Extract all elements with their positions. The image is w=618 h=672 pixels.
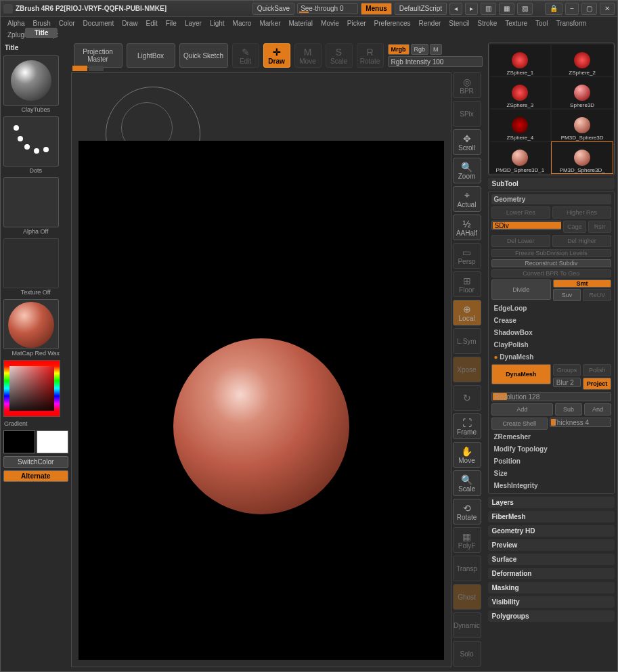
draw-mode-button[interactable]: ✛Draw [263, 43, 290, 68]
thickness-slider[interactable]: Thickness 4 [550, 418, 611, 427]
projection-master-button[interactable]: Projection Master [74, 43, 123, 68]
menu-picker[interactable]: Picker [343, 18, 370, 28]
menu-transform[interactable]: Transform [552, 18, 590, 28]
rstr-button[interactable]: Rstr [588, 221, 611, 233]
stroke-thumb[interactable] [3, 116, 59, 166]
switchcolor-button[interactable]: SwitchColor [3, 456, 68, 468]
modify-topology-header[interactable]: Modify Topology [491, 444, 611, 454]
reuv-button[interactable]: ReUV [583, 289, 611, 301]
vp-blank[interactable]: ↻ [453, 385, 481, 411]
doc-tab-1[interactable] [72, 66, 87, 71]
material-thumb[interactable] [3, 299, 59, 349]
convert-bpr-button[interactable]: Convert BPR To Geo [491, 269, 611, 277]
surface-header[interactable]: Surface [488, 554, 615, 565]
crease-header[interactable]: Crease [491, 315, 611, 326]
tool-pm3d-sphere3d[interactable]: PM3D_Sphere3D [552, 110, 613, 141]
menus-toggle[interactable]: Menus [361, 3, 392, 15]
vp-xpose[interactable]: Xpose [453, 357, 481, 382]
nav-prev-icon[interactable]: ◂ [449, 3, 462, 15]
menu-color[interactable]: Color [55, 18, 79, 28]
layout-c-icon[interactable]: ▧ [517, 3, 533, 15]
vp-aahalf[interactable]: ½AAHalf [453, 215, 481, 240]
layers-header[interactable]: Layers [488, 497, 615, 508]
divide-button[interactable]: Divide [491, 279, 551, 300]
resolution-slider[interactable]: Resolution 128 [491, 392, 611, 401]
position-header[interactable]: Position [491, 456, 611, 466]
edgeloop-header[interactable]: EdgeLoop [491, 303, 611, 313]
rgb-intensity-slider[interactable]: Rgb Intensity 100 [388, 56, 483, 67]
dynamesh-header[interactable]: DynaMesh [491, 352, 611, 362]
menu-macro[interactable]: Macro [229, 18, 256, 28]
close-button[interactable]: ✕ [600, 3, 615, 15]
vp-local[interactable]: ⊕Local [453, 300, 481, 326]
viewport-canvas[interactable] [71, 72, 451, 667]
vp-bpr[interactable]: ◎BPR [453, 72, 481, 98]
texture-thumb[interactable] [3, 238, 59, 288]
project-button[interactable]: Project [583, 378, 611, 390]
tool-zsphere2[interactable]: ZSphere_2 [552, 45, 613, 76]
move-mode-button[interactable]: MMove [294, 43, 322, 68]
menu-preferences[interactable]: Preferences [370, 18, 415, 28]
menu-document[interactable]: Document [79, 18, 118, 28]
menu-texture[interactable]: Texture [501, 18, 531, 28]
vp-solo[interactable]: Solo [453, 641, 481, 667]
lower-res-button[interactable]: Lower Res [491, 206, 550, 219]
subtool-header[interactable]: SubTool [488, 178, 615, 189]
reconstruct-subdiv-button[interactable]: Reconstruct Subdiv [491, 259, 611, 267]
groups-button[interactable]: Groups [553, 364, 581, 376]
minimize-button[interactable]: − [565, 3, 579, 15]
menu-material[interactable]: Material [285, 18, 317, 28]
lightbox-button[interactable]: LightBox [127, 43, 175, 68]
size-header[interactable]: Size [491, 468, 611, 478]
default-zscript-button[interactable]: DefaultZScript [395, 3, 447, 15]
doc-tab-2[interactable] [89, 66, 104, 71]
suv-button[interactable]: Suv [553, 289, 581, 301]
tool-zsphere1[interactable]: ZSphere_1 [490, 45, 551, 76]
color-picker[interactable] [3, 360, 60, 417]
menu-movie[interactable]: Movie [317, 18, 343, 28]
tool-pm3d-sphere3d-2[interactable]: PM3D_Sphere3D_ [552, 142, 613, 173]
menu-brush[interactable]: Brush [29, 18, 55, 28]
menu-draw[interactable]: Draw [118, 18, 141, 28]
tool-zsphere4[interactable]: ZSphere_4 [490, 110, 551, 141]
del-higher-button[interactable]: Del Higher [552, 235, 611, 247]
sculpt-object[interactable] [173, 338, 349, 514]
swatch-white[interactable] [37, 430, 68, 453]
alternate-button[interactable]: Alternate [3, 470, 68, 482]
deformation-header[interactable]: Deformation [488, 568, 615, 579]
vp-rotate[interactable]: ⟲Rotate [453, 499, 481, 524]
brush-thumb[interactable] [3, 55, 59, 106]
mrgb-toggle[interactable]: Mrgb [388, 44, 410, 55]
menu-render[interactable]: Render [415, 18, 445, 28]
swatch-black[interactable] [3, 430, 35, 453]
menu-stencil[interactable]: Stencil [445, 18, 473, 28]
add-button[interactable]: Add [491, 403, 553, 416]
masking-header[interactable]: Masking [488, 582, 615, 593]
create-shell-button[interactable]: Create Shell [491, 418, 548, 430]
gradient-label[interactable]: Gradient [3, 420, 68, 428]
polygroups-header[interactable]: Polygroups [488, 610, 615, 622]
freeze-subdiv-button[interactable]: Freeze SubDivision Levels [491, 249, 611, 257]
dynamesh-button[interactable]: DynaMesh [491, 364, 551, 384]
vp-ghost[interactable]: Ghost [453, 584, 481, 610]
menu-file[interactable]: File [162, 18, 181, 28]
menu-light[interactable]: Light [206, 18, 229, 28]
scale-mode-button[interactable]: SScale [326, 43, 353, 68]
vp-zoom[interactable]: 🔍Zoom [453, 158, 481, 183]
claypolish-header[interactable]: ClayPolish [491, 340, 611, 350]
rotate-mode-button[interactable]: RRotate [357, 43, 384, 68]
quicksave-button[interactable]: QuickSave [252, 3, 294, 15]
blur-slider[interactable]: Blur 2 [553, 378, 581, 387]
fibermesh-header[interactable]: FiberMesh [488, 511, 615, 522]
vp-transp[interactable]: Transp [453, 556, 481, 581]
vp-polyf[interactable]: ▦PolyF [453, 527, 481, 553]
layout-b-icon[interactable]: ▦ [499, 3, 514, 15]
vp-actual[interactable]: ⌖Actual [453, 186, 481, 212]
vp-floor[interactable]: ⊞Floor [453, 271, 481, 297]
and-button[interactable]: And [584, 403, 611, 416]
vp-spix[interactable]: SPix [453, 101, 481, 127]
meshintegrity-header[interactable]: MeshIntegrity [491, 480, 611, 491]
shadowbox-header[interactable]: ShadowBox [491, 328, 611, 338]
tool-zsphere3[interactable]: ZSphere_3 [490, 77, 551, 108]
polish-button[interactable]: Polish [583, 364, 611, 376]
